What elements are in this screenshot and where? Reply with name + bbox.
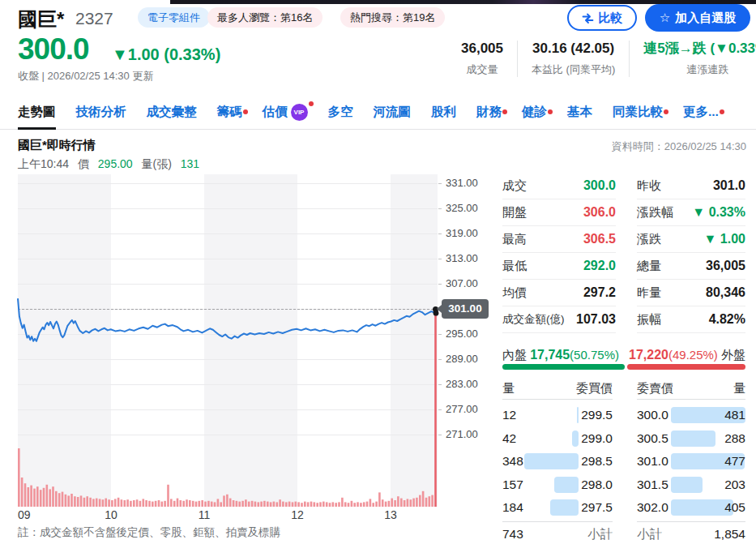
prev-close-badge: 301.00	[442, 299, 489, 319]
quote-status-line: 收盤 | 2026/02/25 14:30 更新	[18, 69, 153, 84]
y-tick: 307.00	[438, 276, 478, 291]
x-tick: 11	[199, 508, 211, 521]
notification-dot	[720, 109, 724, 114]
hover-vol-label: 量(張)	[142, 157, 172, 170]
quote-stat-0: 36,005成交量	[447, 41, 517, 77]
quote-stat-1: 30.16 (42.05)本益比 (同業平均)	[517, 41, 629, 77]
x-tick: 12	[291, 508, 304, 521]
price-change: ▼1.00 (0.33%)	[112, 45, 220, 64]
stock-name: 國巨*	[18, 6, 64, 32]
compare-button[interactable]: 比較	[567, 5, 637, 31]
tab-4[interactable]: 估價VIP	[263, 96, 308, 130]
notification-dot	[548, 109, 553, 114]
hover-price: 295.00	[98, 157, 133, 170]
notification-dot	[243, 109, 248, 114]
tab-2[interactable]: 成交彙整	[147, 96, 197, 130]
tab-0[interactable]: 走勢圖	[18, 96, 56, 130]
tab-3[interactable]: 籌碼	[217, 96, 242, 130]
vip-badge: VIP	[291, 104, 308, 121]
stat-row: 最低292.0	[502, 252, 616, 280]
notification-dot	[664, 109, 668, 114]
stat-row: 均價297.2	[502, 279, 616, 306]
notification-dot	[502, 109, 507, 114]
footnote: 註：成交金額不含盤後定價、零股、鉅額、拍賣及標購	[18, 525, 280, 540]
stock-code: 2327	[75, 9, 113, 28]
ask-row: 300.0481	[637, 404, 745, 426]
x-tick: 10	[105, 508, 117, 521]
rank-tag-hot-search: 熱門搜尋：第19名	[340, 7, 445, 28]
x-tick: 13	[384, 508, 397, 521]
category-tag[interactable]: 電子零組件	[138, 7, 210, 28]
tab-7[interactable]: 股利	[431, 96, 456, 130]
stat-row: 最高306.5	[502, 225, 616, 253]
add-watchlist-button[interactable]: ☆ 加入自選股	[645, 4, 750, 32]
chart-x-axis: 0910111213	[18, 508, 438, 523]
inner-lot-bar	[502, 364, 625, 370]
bid-column: 12299.542299.0348298.5157298.0184297.5	[502, 404, 613, 520]
current-price: 300.0	[18, 32, 89, 66]
orderbook-buy-header: 量委買價	[502, 381, 613, 399]
stat-row: 漲跌▼ 1.00	[637, 225, 745, 253]
tab-1[interactable]: 技術分析	[76, 96, 126, 130]
hover-time: 上午10:44	[18, 157, 69, 170]
chart-hover-readout: 上午10:44 價 295.00 量(張) 131	[18, 157, 205, 172]
tab-bar: 走勢圖技術分析成交彙整籌碼估價VIP多空河流圖股利財務健診基本同業比較更多...	[0, 96, 756, 130]
orderbook-sell-header: 委賣價量	[637, 381, 745, 399]
ask-row: 301.5203	[637, 473, 745, 496]
y-tick: 295.00	[438, 327, 478, 341]
bid-subtotal: 743小計	[502, 524, 613, 544]
stat-row: 昨量80,346	[637, 279, 745, 306]
y-tick: 283.00	[438, 377, 478, 392]
stock-quote-page: 國巨* 2327 電子零組件 最多人瀏覽：第16名 熱門搜尋：第19名 比較 ☆…	[0, 0, 756, 544]
stat-row: 開盤306.0	[502, 199, 616, 226]
tab-5[interactable]: 多空	[328, 96, 353, 130]
hover-vol: 131	[181, 157, 199, 170]
stat-row: 成交金額(億)107.03	[502, 306, 616, 333]
notification-dot	[309, 101, 314, 106]
stats-column-left: 成交300.0開盤306.0最高306.5最低292.0均價297.2成交金額(…	[502, 172, 616, 334]
quote-stat-2: 連5漲→跌 (▼0.33%)連漲連跌	[629, 41, 756, 77]
quote-stats: 36,005成交量30.16 (42.05)本益比 (同業平均)連5漲→跌 (▼…	[447, 41, 756, 77]
ask-row: 301.0477	[637, 450, 745, 473]
stat-row: 振幅4.82%	[637, 306, 745, 333]
y-tick: 331.00	[438, 176, 478, 191]
tab-12[interactable]: 更多...	[683, 96, 719, 130]
y-tick: 271.00	[438, 427, 478, 442]
bid-row: 42299.0	[502, 427, 613, 450]
rank-tag-most-viewed: 最多人瀏覽：第16名	[207, 7, 322, 28]
hover-price-label: 價	[78, 157, 89, 170]
tab-10[interactable]: 基本	[567, 96, 592, 130]
intraday-chart[interactable]	[18, 174, 438, 507]
stat-row: 成交300.0	[502, 172, 616, 199]
bid-row: 12299.5	[502, 404, 613, 426]
bid-row: 184297.5	[502, 496, 613, 519]
y-tick: 313.00	[438, 251, 478, 266]
star-icon: ☆	[660, 11, 670, 25]
y-tick: 289.00	[438, 352, 478, 366]
data-timestamp: 資料時間：2026/02/25 14:30	[612, 139, 746, 154]
tab-11[interactable]: 同業比較	[613, 96, 663, 130]
outer-lot-bar	[627, 364, 745, 370]
tab-9[interactable]: 健診	[522, 96, 547, 130]
tab-6[interactable]: 河流圖	[374, 96, 412, 130]
compare-icon	[582, 12, 594, 24]
y-tick: 277.00	[438, 402, 478, 417]
x-tick: 09	[18, 508, 31, 521]
y-tick: 325.00	[438, 201, 478, 216]
stat-row: 昨收301.0	[637, 172, 745, 199]
tab-8[interactable]: 財務	[476, 96, 502, 130]
stat-row: 總量36,005	[637, 252, 745, 280]
bid-row: 157298.0	[502, 473, 613, 496]
y-tick: 319.00	[438, 226, 478, 241]
ask-column: 300.0481300.5288301.0477301.5203302.0405	[637, 404, 745, 520]
stats-column-right: 昨收301.0漲跌幅▼ 0.33%漲跌▼ 1.00總量36,005昨量80,34…	[637, 172, 745, 334]
ask-row: 300.5288	[637, 427, 745, 450]
ask-subtotal: 小計1,854	[637, 524, 745, 544]
stat-row: 漲跌幅▼ 0.33%	[637, 199, 745, 226]
bid-row: 348298.5	[502, 450, 613, 473]
outer-lot-text: 17,220(49.25%) 外盤	[502, 347, 745, 363]
ask-row: 302.0405	[637, 496, 745, 519]
section-title: 國巨*即時行情	[18, 138, 96, 153]
